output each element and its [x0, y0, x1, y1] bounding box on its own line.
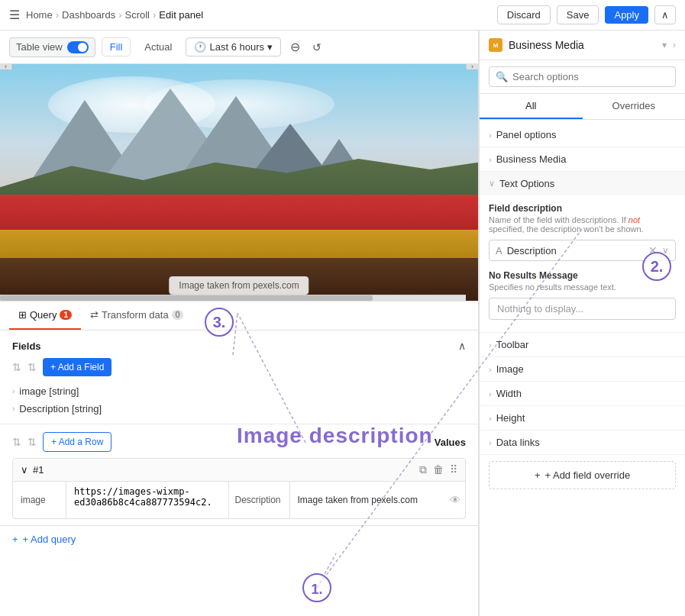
sort-desc-icon[interactable]: ⇅ — [27, 361, 37, 373]
zoom-out-icon[interactable]: ⊖ — [287, 40, 303, 54]
panel-navigate-arrow[interactable]: › — [673, 40, 676, 50]
collapse-button[interactable]: ∧ — [654, 5, 676, 24]
add-override-plus-icon: + — [535, 469, 541, 481]
search-input[interactable] — [512, 71, 669, 82]
field-description-select[interactable]: A Description ✕ ∨ — [489, 240, 676, 261]
filter-tabs: All Overrides — [480, 94, 685, 120]
breadcrumb-dashboards[interactable]: Dashboards — [62, 9, 115, 21]
scroll-right-arrow[interactable]: › — [466, 64, 478, 69]
image-field-input[interactable]: https://images-wixmp-ed30a86b8c4ca887773… — [66, 482, 229, 518]
left-panel: Table view Fill Actual 🕐 Last 6 hours ▾ … — [0, 31, 479, 616]
field-select-clear-icon[interactable]: ✕ — [648, 244, 658, 256]
option-group-image: › Image — [480, 357, 685, 382]
toggle-switch[interactable] — [67, 41, 89, 53]
topbar-actions: Discard Save Apply ∧ — [497, 5, 676, 24]
height-row[interactable]: › Height — [480, 406, 685, 430]
image-chevron: › — [489, 365, 492, 374]
toolbar-row[interactable]: › Toolbar — [480, 333, 685, 356]
eye-icon[interactable]: 👁 — [450, 494, 460, 506]
add-query-plus-icon: + — [12, 534, 18, 545]
query-tab-transform[interactable]: ⇄ Transform data 0 — [81, 302, 192, 330]
panel-options-chevron: › — [489, 131, 492, 140]
value-row-header: ∨ #1 ⧉ 🗑 ⠿ — [13, 459, 465, 481]
text-options-chevron: ∨ — [489, 179, 495, 189]
values-section: ⇅ ⇅ + Add a Row Values ∨ #1 — [0, 424, 478, 519]
discard-button[interactable]: Discard — [497, 5, 551, 24]
value-delete-icon[interactable]: 🗑 — [433, 463, 444, 476]
option-group-business-media: › Business Media — [480, 147, 685, 172]
save-button[interactable]: Save — [557, 5, 599, 24]
add-row-button[interactable]: + Add a Row — [43, 432, 111, 452]
breadcrumb-home[interactable]: Home — [26, 9, 53, 21]
height-chevron: › — [489, 414, 492, 423]
image-row[interactable]: › Image — [480, 357, 685, 381]
desc-field-label: Description — [229, 482, 290, 518]
width-label: Width — [496, 388, 676, 399]
time-range-picker[interactable]: 🕐 Last 6 hours ▾ — [186, 37, 281, 56]
data-links-row[interactable]: › Data links — [480, 431, 685, 454]
value-row-title: ∨ #1 — [21, 464, 44, 476]
sort-asc-icon[interactable]: ⇅ — [12, 361, 21, 373]
panel-options-row[interactable]: › Panel options — [480, 123, 685, 147]
field-image-chevron[interactable]: › — [12, 387, 15, 395]
image-field-label: image — [13, 482, 66, 518]
image-textarea[interactable]: https://images-wixmp-ed30a86b8c4ca887773… — [74, 486, 221, 514]
text-options-row[interactable]: ∨ Text Options — [480, 172, 685, 195]
filter-tab-overrides[interactable]: Overrides — [583, 94, 686, 119]
fields-collapse-button[interactable]: ∧ — [458, 340, 466, 352]
horizontal-scrollbar[interactable] — [0, 295, 466, 301]
table-view-toggle[interactable]: Table view — [9, 37, 95, 57]
width-row[interactable]: › Width — [480, 382, 685, 405]
no-results-input[interactable] — [489, 298, 676, 320]
clock-icon: 🕐 — [194, 41, 206, 53]
filter-tab-all[interactable]: All — [480, 94, 583, 119]
table-view-label: Table view — [16, 41, 63, 53]
query-tabs: ⊞ Query 1 ⇄ Transform data 0 — [0, 302, 478, 331]
right-panel-header: M Business Media ▾ › — [480, 31, 685, 60]
panel-options-label: Panel options — [496, 129, 676, 140]
fill-button[interactable]: Fill — [102, 37, 131, 56]
option-group-toolbar: › Toolbar — [480, 333, 685, 357]
transform-tab-icon: ⇄ — [90, 309, 99, 321]
data-links-label: Data links — [496, 437, 676, 448]
topbar: ☰ Home › Dashboards › Scroll › Edit pane… — [0, 0, 685, 31]
field-desc-chevron[interactable]: › — [12, 405, 15, 413]
time-range-chevron: ▾ — [267, 41, 273, 53]
image-preview: Image taken from pexels.com › ‹ — [0, 64, 478, 301]
field-description-section: Field description Name of the field with… — [480, 195, 685, 266]
values-sort-asc-icon[interactable]: ⇅ — [12, 436, 21, 448]
field-description-label: Field description — [489, 203, 676, 214]
value-drag-icon[interactable]: ⠿ — [450, 463, 457, 476]
scroll-left-arrow[interactable]: ‹ — [0, 64, 12, 69]
fields-section-header: Fields ∧ — [0, 331, 478, 358]
image-credit: Image taken from pexels.com — [169, 276, 309, 295]
breadcrumb-current: Edit panel — [159, 9, 203, 21]
scrollbar-thumb[interactable] — [0, 295, 373, 301]
add-query-button[interactable]: + + Add query — [0, 525, 478, 553]
breadcrumb-scroll[interactable]: Scroll — [124, 9, 150, 21]
panel-dropdown-chevron[interactable]: ▾ — [662, 40, 667, 50]
value-row-actions: ⧉ 🗑 ⠿ — [419, 463, 457, 476]
field-select-arrow-icon[interactable]: ∨ — [662, 245, 669, 256]
values-sort-desc-icon[interactable]: ⇅ — [27, 436, 37, 448]
text-options-content: Field description Name of the field with… — [480, 195, 685, 332]
business-media-row[interactable]: › Business Media — [480, 147, 685, 171]
apply-button[interactable]: Apply — [605, 6, 648, 24]
search-input-wrap: 🔍 — [489, 66, 676, 87]
menu-icon[interactable]: ☰ — [9, 8, 20, 22]
add-field-button[interactable]: + Add a Field — [43, 358, 111, 376]
transform-tab-badge: 0 — [172, 310, 184, 320]
refresh-icon[interactable]: ↺ — [309, 41, 325, 53]
query-section: 3. ⊞ Query 1 ⇄ Transform data 0 — [0, 301, 478, 616]
actual-button[interactable]: Actual — [137, 38, 179, 56]
text-options-label: Text Options — [499, 178, 676, 189]
query-tab-query[interactable]: ⊞ Query 1 — [9, 302, 81, 330]
add-override-button[interactable]: + + Add field override — [489, 461, 676, 489]
value-copy-icon[interactable]: ⧉ — [419, 463, 427, 476]
value-row-collapse[interactable]: ∨ — [21, 464, 28, 476]
desc-field-value[interactable]: Image taken from pexels.com 👁 — [290, 482, 466, 518]
field-image-label: image [string] — [19, 385, 79, 397]
fields-title: Fields — [12, 340, 41, 352]
add-override-label: + Add field override — [544, 469, 630, 481]
breadcrumb: Home › Dashboards › Scroll › Edit panel — [26, 9, 203, 21]
